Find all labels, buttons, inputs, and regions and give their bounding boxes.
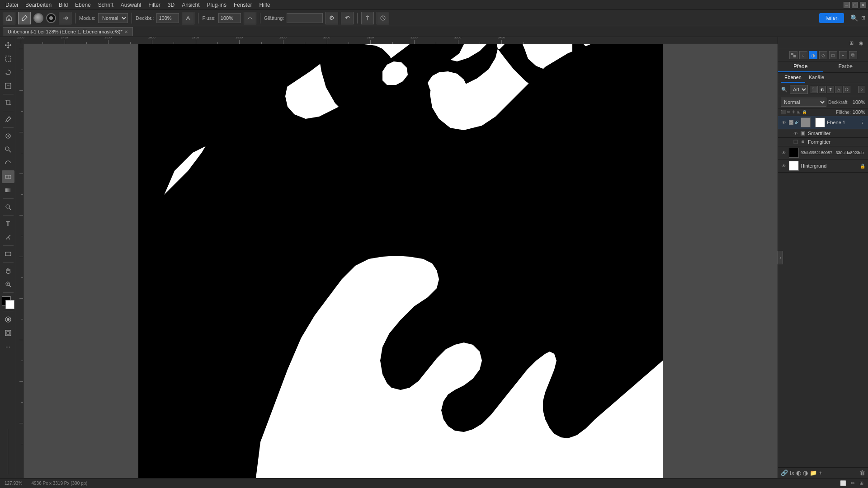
heal-tool[interactable]: [2, 130, 14, 142]
circle-button[interactable]: ○: [799, 51, 807, 59]
visibility-eye-ebene1[interactable]: 👁: [781, 119, 787, 126]
rectangle-tool[interactable]: [2, 248, 14, 260]
menu-item-ebene[interactable]: Ebene: [71, 1, 94, 9]
add-mask-button[interactable]: ◐: [796, 469, 801, 476]
lasso-tool[interactable]: [2, 66, 14, 79]
menu-item-plugins[interactable]: Plug-ins: [203, 1, 230, 9]
menu-item-schrift[interactable]: Schrift: [94, 1, 117, 9]
lock-image-button[interactable]: ✏: [787, 110, 791, 114]
rectangle-button[interactable]: □: [829, 51, 837, 59]
selection-tool[interactable]: [2, 52, 14, 65]
layer-options-button-ebene1[interactable]: ⋮: [859, 119, 865, 126]
visibility-eye-hintergrund[interactable]: 👁: [781, 163, 787, 169]
brush-tool-button[interactable]: [18, 12, 31, 24]
create-adjustment-button[interactable]: ◑: [803, 469, 808, 476]
tools-icon[interactable]: ⊞: [859, 480, 863, 486]
fluss-input[interactable]: [218, 13, 241, 23]
visibility-eye-93db[interactable]: 👁: [781, 150, 787, 156]
search-icon[interactable]: 🔍: [849, 14, 859, 23]
filter-adjustments-button[interactable]: ◐: [819, 86, 826, 93]
foreground-color-picker[interactable]: [33, 13, 43, 23]
move-tool[interactable]: [2, 39, 14, 52]
pressure-opacity-toggle[interactable]: [182, 12, 194, 24]
lock-artboard-button[interactable]: ⊞: [797, 110, 801, 114]
layer-item-93db[interactable]: 👁 93db3952180057...330cfda8923cb: [778, 146, 868, 160]
menu-item-fenster[interactable]: Fenster: [230, 1, 256, 9]
symmetry-button[interactable]: [361, 12, 374, 24]
layer-item-hintergrund[interactable]: 👁 Hintergrund 🔒: [778, 160, 868, 173]
mask-button[interactable]: [2, 313, 14, 326]
canvas-area[interactable]: [24, 44, 778, 478]
brush-preset-picker[interactable]: [46, 13, 56, 23]
menu-item-auswahl[interactable]: Auswahl: [117, 1, 145, 9]
pressure-flow-toggle[interactable]: [244, 12, 256, 24]
zoom-tool[interactable]: [2, 278, 14, 291]
eyedropper-tool[interactable]: [2, 113, 14, 126]
panel-color-icon[interactable]: ◉: [857, 39, 865, 47]
lock-all-button[interactable]: 🔒: [802, 110, 807, 114]
group-button[interactable]: ⧉: [849, 51, 857, 59]
maximize-button[interactable]: □: [852, 2, 858, 8]
angle-button[interactable]: [377, 12, 389, 24]
menu-item-3d[interactable]: 3D: [164, 1, 178, 9]
create-layer-button[interactable]: +: [819, 469, 822, 476]
menu-item-datei[interactable]: Datei: [2, 1, 22, 9]
kanaele-tab[interactable]: Kanäle: [805, 73, 828, 83]
object-select-tool[interactable]: [2, 80, 14, 92]
menu-item-bild[interactable]: Bild: [55, 1, 71, 9]
panel-paths-icon[interactable]: ⊞: [847, 39, 855, 47]
share-button[interactable]: Teilen: [819, 13, 844, 23]
filter-pixel-button[interactable]: ⬛: [811, 86, 818, 93]
delete-layer-button[interactable]: 🗑: [859, 469, 865, 476]
link-layers-button[interactable]: 🔗: [781, 469, 788, 476]
text-tool[interactable]: T: [2, 217, 14, 230]
brush-preview-icon[interactable]: ✏: [851, 480, 855, 486]
path-select-tool[interactable]: [2, 231, 14, 244]
brush-settings-button[interactable]: ⚙: [326, 12, 338, 24]
lock-transparent-button[interactable]: ⬛: [781, 110, 786, 114]
filter-on-off-button[interactable]: ○: [858, 86, 865, 93]
eraser-tool[interactable]: [2, 170, 14, 183]
frame-tool[interactable]: [2, 327, 14, 339]
deckbr-input[interactable]: [156, 13, 179, 23]
diamond-button[interactable]: ◇: [819, 51, 827, 59]
document-tab[interactable]: Unbenannt-1 bei 128% (Ebene 1, Ebenenmas…: [3, 27, 133, 36]
visibility-eye-smartfilter[interactable]: 👁: [793, 130, 799, 136]
arrange-button[interactable]: ⊞: [861, 15, 865, 21]
menu-item-hilfe[interactable]: Hilfe: [256, 1, 274, 9]
create-group-button[interactable]: 📁: [810, 469, 817, 476]
modus-dropdown[interactable]: Normal: [98, 13, 128, 23]
ebenen-tab[interactable]: Ebenen: [781, 73, 805, 83]
menu-item-bearbeiten[interactable]: Bearbeiten: [22, 1, 55, 9]
crop-tool[interactable]: [2, 96, 14, 109]
visibility-eye-formgitter[interactable]: [793, 139, 799, 145]
gradient-button[interactable]: ◑: [809, 51, 817, 59]
glaettung-slider[interactable]: [287, 13, 323, 23]
more-tools-button[interactable]: ···: [2, 340, 14, 353]
layer-item-ebene1[interactable]: 👁 ⬡ 🔗 Ebene 1 ⋮: [778, 116, 868, 129]
close-button[interactable]: ✕: [860, 2, 866, 8]
tab-close-button[interactable]: ✕: [124, 29, 128, 34]
menu-item-ansicht[interactable]: Ansicht: [178, 1, 203, 9]
history-brush-tool[interactable]: [2, 157, 14, 169]
panel-collapse-button[interactable]: ›: [778, 251, 783, 264]
clone-stamp-tool[interactable]: [2, 143, 14, 156]
minimize-button[interactable]: ─: [844, 2, 850, 8]
add-style-button[interactable]: fx: [790, 469, 794, 476]
layer-kind-dropdown[interactable]: Art: [790, 85, 808, 94]
background-swatch[interactable]: [5, 300, 14, 309]
farbe-tab[interactable]: Farbe: [823, 61, 868, 72]
filter-smart-button[interactable]: ⬡: [843, 86, 850, 93]
home-button[interactable]: [3, 12, 15, 24]
checkerboard-button[interactable]: [789, 51, 797, 59]
filter-text-button[interactable]: T: [827, 86, 834, 93]
smoothing-options-button[interactable]: ↶: [341, 12, 354, 24]
pfade-tab[interactable]: Pfade: [778, 61, 823, 72]
lock-position-button[interactable]: ✛: [792, 110, 796, 114]
filter-shape-button[interactable]: △: [835, 86, 842, 93]
add-layer-button[interactable]: +: [839, 51, 847, 59]
menu-item-filter[interactable]: Filter: [145, 1, 164, 9]
timeline-icon[interactable]: ⬜: [840, 480, 846, 486]
gradient-tool[interactable]: [2, 184, 14, 197]
hand-tool[interactable]: [2, 264, 14, 277]
